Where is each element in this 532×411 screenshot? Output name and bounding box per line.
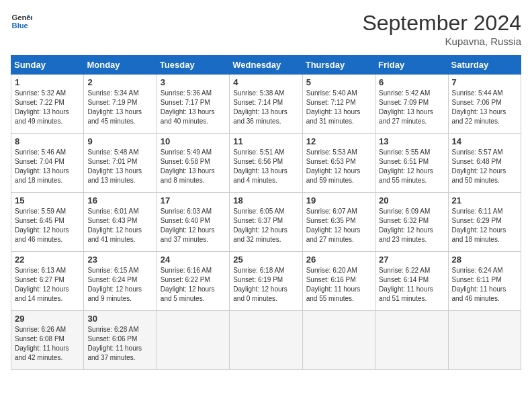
page-header: General Blue September 2024 Kupavna, Rus… — [11, 11, 521, 47]
header-tuesday: Tuesday — [157, 56, 229, 75]
day-info: Sunrise: 5:44 AMSunset: 7:06 PMDaylight:… — [452, 89, 517, 126]
day-number: 5 — [306, 77, 371, 87]
day-number: 19 — [306, 195, 371, 205]
day-number: 1 — [15, 77, 80, 87]
table-row: 14Sunrise: 5:57 AMSunset: 6:48 PMDayligh… — [448, 134, 521, 193]
day-info: Sunrise: 6:20 AMSunset: 6:16 PMDaylight:… — [306, 266, 371, 304]
calendar-week-row: 29Sunrise: 6:26 AMSunset: 6:08 PMDayligh… — [11, 311, 521, 370]
table-row — [448, 311, 521, 370]
table-row: 16Sunrise: 6:01 AMSunset: 6:43 PMDayligh… — [84, 193, 157, 252]
table-row: 13Sunrise: 5:55 AMSunset: 6:51 PMDayligh… — [375, 134, 448, 193]
table-row: 15Sunrise: 5:59 AMSunset: 6:45 PMDayligh… — [11, 193, 84, 252]
table-row: 18Sunrise: 6:05 AMSunset: 6:37 PMDayligh… — [230, 193, 302, 252]
day-number: 18 — [233, 195, 298, 205]
day-number: 8 — [15, 136, 80, 146]
table-row: 29Sunrise: 6:26 AMSunset: 6:08 PMDayligh… — [11, 311, 84, 370]
day-info: Sunrise: 6:05 AMSunset: 6:37 PMDaylight:… — [233, 207, 298, 244]
table-row — [375, 311, 448, 370]
day-number: 26 — [306, 255, 371, 265]
calendar-header-row: Sunday Monday Tuesday Wednesday Thursday… — [11, 56, 521, 75]
title-block: September 2024 Kupavna, Russia — [362, 11, 521, 47]
day-info: Sunrise: 5:49 AMSunset: 6:58 PMDaylight:… — [161, 148, 226, 185]
day-info: Sunrise: 5:55 AMSunset: 6:51 PMDaylight:… — [379, 148, 444, 185]
day-info: Sunrise: 6:26 AMSunset: 6:08 PMDaylight:… — [15, 325, 80, 363]
table-row: 26Sunrise: 6:20 AMSunset: 6:16 PMDayligh… — [302, 252, 375, 311]
table-row: 30Sunrise: 6:28 AMSunset: 6:06 PMDayligh… — [84, 311, 157, 370]
day-info: Sunrise: 6:15 AMSunset: 6:24 PMDaylight:… — [87, 266, 152, 304]
day-info: Sunrise: 5:53 AMSunset: 6:53 PMDaylight:… — [306, 148, 371, 185]
table-row: 10Sunrise: 5:49 AMSunset: 6:58 PMDayligh… — [157, 134, 229, 193]
table-row: 11Sunrise: 5:51 AMSunset: 6:56 PMDayligh… — [230, 134, 302, 193]
day-info: Sunrise: 6:03 AMSunset: 6:40 PMDaylight:… — [161, 207, 226, 244]
day-number: 25 — [233, 255, 298, 265]
table-row: 28Sunrise: 6:24 AMSunset: 6:11 PMDayligh… — [448, 252, 521, 311]
day-info: Sunrise: 5:51 AMSunset: 6:56 PMDaylight:… — [233, 148, 298, 185]
table-row: 2Sunrise: 5:34 AMSunset: 7:19 PMDaylight… — [84, 75, 157, 134]
day-info: Sunrise: 6:13 AMSunset: 6:27 PMDaylight:… — [15, 266, 80, 304]
table-row: 9Sunrise: 5:48 AMSunset: 7:01 PMDaylight… — [84, 134, 157, 193]
table-row: 8Sunrise: 5:46 AMSunset: 7:04 PMDaylight… — [11, 134, 84, 193]
day-info: Sunrise: 6:22 AMSunset: 6:14 PMDaylight:… — [379, 266, 444, 304]
header-wednesday: Wednesday — [230, 56, 302, 75]
location-subtitle: Kupavna, Russia — [362, 36, 521, 47]
day-info: Sunrise: 5:40 AMSunset: 7:12 PMDaylight:… — [306, 89, 371, 126]
day-info: Sunrise: 5:59 AMSunset: 6:45 PMDaylight:… — [15, 207, 80, 244]
day-number: 15 — [15, 195, 80, 205]
day-info: Sunrise: 5:46 AMSunset: 7:04 PMDaylight:… — [15, 148, 80, 185]
day-number: 22 — [15, 255, 80, 265]
day-info: Sunrise: 5:36 AMSunset: 7:17 PMDaylight:… — [161, 89, 226, 126]
calendar-week-row: 22Sunrise: 6:13 AMSunset: 6:27 PMDayligh… — [11, 252, 521, 311]
day-info: Sunrise: 6:11 AMSunset: 6:29 PMDaylight:… — [452, 207, 517, 244]
table-row — [157, 311, 229, 370]
day-number: 9 — [87, 136, 152, 146]
table-row: 19Sunrise: 6:07 AMSunset: 6:35 PMDayligh… — [302, 193, 375, 252]
table-row — [230, 311, 302, 370]
table-row: 1Sunrise: 5:32 AMSunset: 7:22 PMDaylight… — [11, 75, 84, 134]
day-info: Sunrise: 6:24 AMSunset: 6:11 PMDaylight:… — [452, 266, 517, 304]
day-number: 13 — [379, 136, 444, 146]
day-info: Sunrise: 5:32 AMSunset: 7:22 PMDaylight:… — [15, 89, 80, 126]
table-row: 21Sunrise: 6:11 AMSunset: 6:29 PMDayligh… — [448, 193, 521, 252]
day-number: 7 — [452, 77, 517, 87]
header-monday: Monday — [84, 56, 157, 75]
table-row: 20Sunrise: 6:09 AMSunset: 6:32 PMDayligh… — [375, 193, 448, 252]
day-number: 23 — [87, 255, 152, 265]
logo-icon: General Blue — [11, 11, 32, 32]
day-info: Sunrise: 6:07 AMSunset: 6:35 PMDaylight:… — [306, 207, 371, 244]
table-row: 27Sunrise: 6:22 AMSunset: 6:14 PMDayligh… — [375, 252, 448, 311]
svg-text:General: General — [12, 13, 32, 21]
day-number: 6 — [379, 77, 444, 87]
svg-text:Blue: Blue — [12, 21, 28, 30]
day-info: Sunrise: 5:42 AMSunset: 7:09 PMDaylight:… — [379, 89, 444, 126]
day-number: 12 — [306, 136, 371, 146]
day-number: 11 — [233, 136, 298, 146]
calendar-week-row: 1Sunrise: 5:32 AMSunset: 7:22 PMDaylight… — [11, 75, 521, 134]
table-row: 5Sunrise: 5:40 AMSunset: 7:12 PMDaylight… — [302, 75, 375, 134]
day-number: 30 — [87, 314, 152, 324]
day-info: Sunrise: 5:38 AMSunset: 7:14 PMDaylight:… — [233, 89, 298, 126]
table-row: 4Sunrise: 5:38 AMSunset: 7:14 PMDaylight… — [230, 75, 302, 134]
day-number: 3 — [161, 77, 226, 87]
day-number: 4 — [233, 77, 298, 87]
table-row: 6Sunrise: 5:42 AMSunset: 7:09 PMDaylight… — [375, 75, 448, 134]
table-row: 22Sunrise: 6:13 AMSunset: 6:27 PMDayligh… — [11, 252, 84, 311]
day-info: Sunrise: 5:48 AMSunset: 7:01 PMDaylight:… — [87, 148, 152, 185]
day-info: Sunrise: 6:09 AMSunset: 6:32 PMDaylight:… — [379, 207, 444, 244]
day-info: Sunrise: 6:18 AMSunset: 6:19 PMDaylight:… — [233, 266, 298, 304]
table-row: 24Sunrise: 6:16 AMSunset: 6:22 PMDayligh… — [157, 252, 229, 311]
month-title: September 2024 — [362, 11, 521, 36]
day-number: 20 — [379, 195, 444, 205]
table-row: 23Sunrise: 6:15 AMSunset: 6:24 PMDayligh… — [84, 252, 157, 311]
day-number: 29 — [15, 314, 80, 324]
day-info: Sunrise: 6:01 AMSunset: 6:43 PMDaylight:… — [87, 207, 152, 244]
header-friday: Friday — [375, 56, 448, 75]
day-info: Sunrise: 6:16 AMSunset: 6:22 PMDaylight:… — [161, 266, 226, 304]
day-number: 27 — [379, 255, 444, 265]
table-row: 17Sunrise: 6:03 AMSunset: 6:40 PMDayligh… — [157, 193, 229, 252]
day-info: Sunrise: 5:34 AMSunset: 7:19 PMDaylight:… — [87, 89, 152, 126]
table-row: 3Sunrise: 5:36 AMSunset: 7:17 PMDaylight… — [157, 75, 229, 134]
calendar-week-row: 15Sunrise: 5:59 AMSunset: 6:45 PMDayligh… — [11, 193, 521, 252]
day-number: 28 — [452, 255, 517, 265]
table-row — [302, 311, 375, 370]
day-number: 2 — [87, 77, 152, 87]
